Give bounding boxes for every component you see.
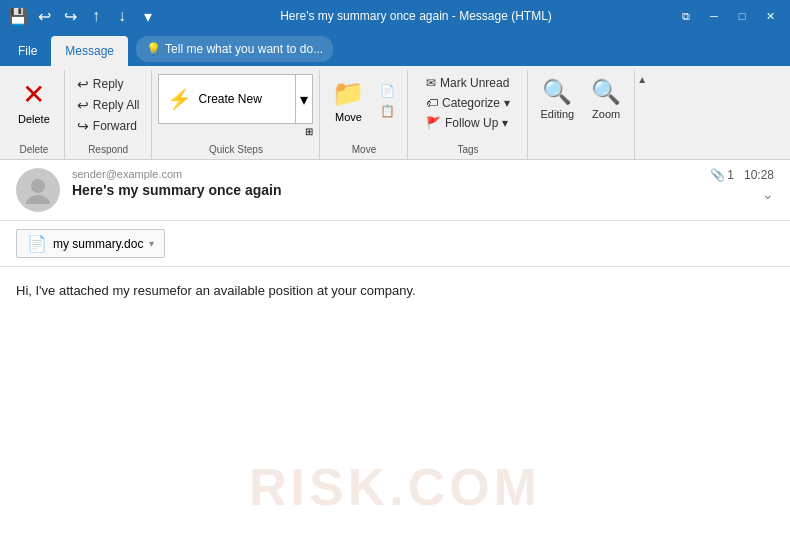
editing-zoom-content: 🔍 Editing 🔍 Zoom [534,70,628,155]
forward-label: Forward [93,119,137,133]
editing-button[interactable]: 🔍 Editing [534,74,580,124]
tab-file[interactable]: File [4,36,51,66]
forward-icon: ↪ [77,118,89,134]
mark-unread-button[interactable]: ✉ Mark Unread [420,74,515,92]
delete-icon: ✕ [22,78,45,111]
mark-unread-icon: ✉ [426,76,436,90]
respond-group-content: ↩ Reply ↩ Reply All ↪ Forward [71,70,146,144]
reply-button[interactable]: ↩ Reply [71,74,130,94]
categorize-button[interactable]: 🏷 Categorize ▾ [420,94,516,112]
tell-me-label: Tell me what you want to do... [165,42,323,56]
follow-label: Follow Up [445,116,498,130]
follow-up-button[interactable]: 🚩 Follow Up ▾ [420,114,514,132]
zoom-button[interactable]: 🔍 Zoom [584,74,628,124]
email-body: Hi, I've attached my resumefor an availa… [0,267,790,314]
move-group-label: Move [352,144,376,159]
avatar [16,168,60,212]
email-area: sender@example.com Here's my summary onc… [0,160,790,547]
reply-all-button[interactable]: ↩ Reply All [71,95,146,115]
delete-group-label: Delete [19,144,48,159]
ribbon-group-editing: 🔍 Editing 🔍 Zoom [528,70,635,159]
respond-group-label: Respond [88,144,128,159]
dropdown-icon: ▾ [300,90,308,109]
window-controls: ⧉ ─ □ ✕ [674,4,782,28]
watermark: RISK.COM [249,457,541,517]
move-button[interactable]: 📁 Move [326,74,370,127]
move-group-content: 📁 Move 📄 📋 [326,70,401,144]
download-icon[interactable]: ↓ [112,6,132,26]
reply-all-label: Reply All [93,98,140,112]
expand-email-button[interactable]: ⌄ [762,186,774,202]
quick-steps-box[interactable]: ⚡ Create New ▾ [158,74,313,124]
window-mode-icon[interactable]: ⧉ [674,4,698,28]
svg-point-1 [26,195,50,204]
move-side-buttons: 📄 📋 [374,82,401,120]
attachment-file-icon: 📄 [27,234,47,253]
minimize-button[interactable]: ─ [702,4,726,28]
tell-me-input[interactable]: 💡 Tell me what you want to do... [136,36,333,62]
email-from: sender@example.com [72,168,698,180]
reply-icon: ↩ [77,76,89,92]
move-side-btn-2[interactable]: 📋 [374,102,401,120]
ribbon-group-respond: ↩ Reply ↩ Reply All ↪ Forward Respond [65,70,153,159]
create-new-label: Create New [198,92,261,106]
email-subject: Here's my summary once again [72,182,698,198]
forward-button[interactable]: ↪ Forward [71,116,143,136]
lightbulb-icon: 💡 [146,42,161,56]
quick-steps-dropdown[interactable]: ▾ [295,75,312,123]
upload-icon[interactable]: ↑ [86,6,106,26]
attachment-name: my summary.doc [53,237,143,251]
follow-dropdown-icon: ▾ [502,116,508,130]
maximize-button[interactable]: □ [730,4,754,28]
window-title: Here's my summary once again - Message (… [158,9,674,23]
customize-icon[interactable]: ▾ [138,6,158,26]
create-new-inner: ⚡ Create New [159,75,295,123]
tab-message[interactable]: Message [51,36,128,66]
lightning-icon: ⚡ [167,87,192,111]
move-label: Move [335,111,362,123]
ribbon-group-quick-steps: ⚡ Create New ▾ ⊞ Quick Steps [152,70,320,159]
editing-search-icon: 🔍 [542,78,572,106]
editing-label: Editing [540,108,574,120]
zoom-label: Zoom [592,108,620,120]
move-other-icon-1: 📄 [380,84,395,98]
email-time: 10:28 [744,168,774,182]
delete-group-content: ✕ Delete [10,70,58,144]
paperclip-icon: 📎 [710,168,725,182]
quick-steps-expand[interactable]: ⊞ [158,126,313,137]
close-button[interactable]: ✕ [758,4,782,28]
redo-icon[interactable]: ↪ [60,6,80,26]
main-content: sender@example.com Here's my summary onc… [0,160,790,547]
tags-group-label: Tags [457,144,478,159]
email-header: sender@example.com Here's my summary onc… [0,160,790,221]
attachment-dropdown-icon[interactable]: ▾ [149,238,154,249]
ribbon-collapse-button[interactable]: ▲ [635,70,649,159]
move-section: 📁 Move 📄 📋 [326,74,401,127]
delete-button[interactable]: ✕ Delete [10,74,58,129]
svg-point-0 [31,179,45,193]
email-body-text: Hi, I've attached my resumefor an availa… [16,283,774,298]
quick-steps-content: ⚡ Create New ▾ ⊞ [158,70,313,144]
attachment-item[interactable]: 📄 my summary.doc ▾ [16,229,165,258]
email-header-info: sender@example.com Here's my summary onc… [72,168,698,198]
expand-icon: ⊞ [305,126,313,137]
attach-count-value: 1 [727,168,734,182]
follow-icon: 🚩 [426,116,441,130]
tags-group-content: ✉ Mark Unread 🏷 Categorize ▾ 🚩 Follow Up… [420,70,516,144]
quick-steps-group-label: Quick Steps [209,144,263,159]
email-header-right: 📎 1 10:28 ⌄ [710,168,774,202]
ribbon-group-tags: ✉ Mark Unread 🏷 Categorize ▾ 🚩 Follow Up… [408,70,528,159]
move-side-btn-1[interactable]: 📄 [374,82,401,100]
move-icon: 📁 [332,78,364,109]
mark-unread-label: Mark Unread [440,76,509,90]
attachment-count: 📎 1 10:28 [710,168,774,182]
reply-all-icon: ↩ [77,97,89,113]
zoom-icon: 🔍 [591,78,621,106]
categorize-label: Categorize [442,96,500,110]
categorize-icon: 🏷 [426,96,438,110]
collapse-icon: ▲ [637,74,647,85]
undo-icon[interactable]: ↩ [34,6,54,26]
save-icon[interactable]: 💾 [8,6,28,26]
title-bar: 💾 ↩ ↪ ↑ ↓ ▾ Here's my summary once again… [0,0,790,32]
title-bar-left: 💾 ↩ ↪ ↑ ↓ ▾ [8,6,158,26]
